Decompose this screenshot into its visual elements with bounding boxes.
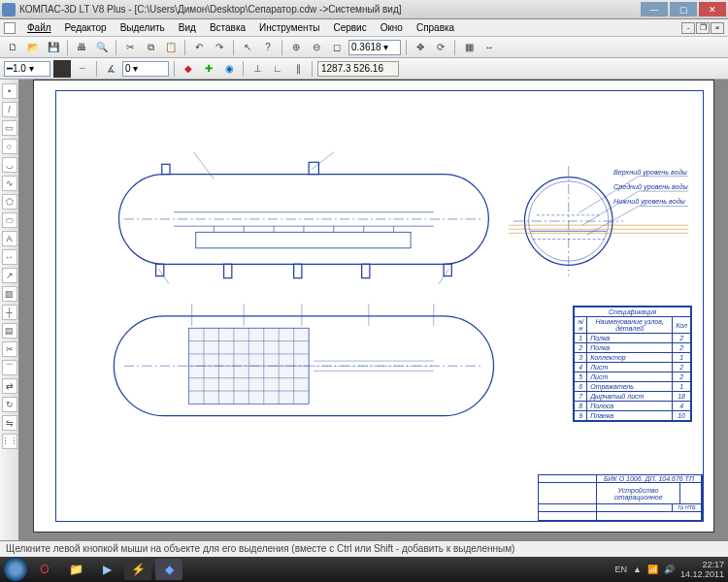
open-button[interactable]: 📂 [24,39,42,56]
task-opera[interactable]: O [31,559,58,580]
svg-line-59 [586,207,639,236]
table-row: 1Полка2 [575,334,691,343]
snap-angle-button[interactable]: ∡ [102,60,119,78]
menu-view[interactable]: Вид [173,20,202,35]
menu-help[interactable]: Справка [411,20,460,35]
hatch-tool[interactable]: ▨ [2,286,17,302]
snap-mid-button[interactable]: ✚ [200,60,217,78]
redo-button[interactable]: ↷ [211,39,228,56]
arc-tool[interactable]: ◡ [2,157,17,173]
table-row: 5Лист2 [575,372,691,382]
svg-line-18 [194,152,215,179]
app-icon [2,3,16,16]
start-button[interactable] [4,558,27,581]
menu-editor[interactable]: Редактор [59,20,113,35]
undo-button[interactable]: ↶ [190,39,208,56]
svg-line-57 [582,191,639,225]
work-area: • / ▭ ○ ◡ ∿ ⬠ ⬭ A ↔ ↗ ▨ ┼ ▤ ✂ ⌒ ⇄ ↻ ⇋ ⋮⋮ [0,80,728,540]
polygon-tool[interactable]: ⬠ [2,194,17,210]
new-button[interactable]: 🗋 [4,39,21,56]
pan-button[interactable]: ✥ [412,39,429,56]
ellipse-tool[interactable]: ⬭ [2,212,17,228]
svg-rect-4 [224,264,232,277]
text-tool[interactable]: A [2,231,17,246]
menu-window[interactable]: Окно [375,20,409,35]
linestyle-button[interactable]: ┄ [74,60,91,78]
ortho-button[interactable]: ⊥ [248,60,266,78]
maximize-button[interactable]: ▢ [670,2,697,16]
table-row: 7Дырчатый лист18 [575,392,691,402]
linewidth-combo[interactable]: ━ 1.0 ▾ [4,61,50,77]
tray-sound-icon: 🔊 [664,565,675,574]
status-bar: Щелкните левой кнопкой мыши на объекте д… [0,540,728,557]
menu-service[interactable]: Сервис [327,20,372,35]
mirror-tool[interactable]: ⇋ [2,415,17,431]
table-row: 4Лист2 [575,363,691,372]
titlebar: КОМПАС-3D LT V8 Plus - [C:\Users\Димон\D… [0,0,728,19]
cursor-tool[interactable]: ↖ [239,39,256,56]
menu-insert[interactable]: Вставка [204,20,251,35]
angle-button[interactable]: ∟ [269,60,286,78]
step-combo[interactable]: 0 ▾ [122,61,169,77]
annotation-low: Нижний уровень воды [613,198,686,207]
zoom-in-button[interactable]: ⊕ [287,39,305,56]
left-tool-panel: • / ▭ ○ ◡ ∿ ⬠ ⬭ A ↔ ↗ ▨ ┼ ▤ ✂ ⌒ ⇄ ↻ ⇋ ⋮⋮ [0,80,19,540]
document-icon [4,22,16,34]
rect-tool[interactable]: ▭ [2,120,17,136]
table-tool[interactable]: ▤ [2,323,17,339]
table-row: 6Отражатель1 [575,382,691,392]
circle-tool[interactable]: ○ [2,139,17,154]
annotation-top: Верхний уровень воды [613,168,688,177]
parallel-button[interactable]: ∥ [289,60,307,78]
fillet-tool[interactable]: ⌒ [2,360,17,375]
coords-readout: 1287.3 526.16 [317,61,399,77]
menu-file[interactable]: Файл [21,20,57,35]
grid-button[interactable]: ▦ [460,39,478,56]
drawing-canvas[interactable]: Верхний уровень воды Средний уровень вод… [19,80,728,540]
task-media[interactable]: ▶ [93,559,120,580]
zoom-out-button[interactable]: ⊖ [308,39,325,56]
mdi-restore[interactable]: ❐ [696,22,710,34]
rotate-tool[interactable]: ↻ [2,397,17,412]
zoom-window-button[interactable]: ◻ [328,39,346,56]
zoom-combo[interactable]: 0.3618 ▾ [348,40,401,55]
tray-lang[interactable]: EN [615,565,628,574]
minimize-button[interactable]: — [641,2,668,16]
color-button[interactable] [53,60,71,78]
help-cursor[interactable]: ? [259,39,277,56]
task-kompas[interactable]: ◆ [155,559,182,580]
leader-tool[interactable]: ↗ [2,268,17,283]
mdi-minimize[interactable]: - [681,22,695,34]
preview-button[interactable]: 🔍 [93,39,111,56]
move-tool[interactable]: ⇄ [2,378,17,394]
system-tray[interactable]: EN ▲ 📶 🔊 22:1714.12.2011 [615,560,724,579]
menu-select[interactable]: Выделить [115,20,171,35]
clock[interactable]: 22:1714.12.2011 [680,560,724,579]
paste-button[interactable]: 📋 [162,39,180,56]
snap-end-button[interactable]: ◆ [180,60,197,78]
specification-table: Спецификация н/нНаименование узлов, дета… [573,306,692,422]
copy-button[interactable]: ⧉ [142,39,159,56]
toolbar-2: ━ 1.0 ▾ ┄ ∡ 0 ▾ ◆ ✚ ◉ ⊥ ∟ ∥ 1287.3 526.1… [0,58,728,80]
menu-tools[interactable]: Инструменты [253,20,325,35]
point-tool[interactable]: • [2,83,17,99]
axis-tool[interactable]: ┼ [2,305,17,320]
svg-rect-6 [362,264,370,277]
line-tool[interactable]: / [2,102,17,117]
table-row: 8Полоса4 [575,402,691,411]
print-button[interactable]: 🖶 [73,39,90,56]
measure-button[interactable]: ↔ [480,39,498,56]
refresh-button[interactable]: ⟳ [432,39,449,56]
save-button[interactable]: 💾 [45,39,62,56]
window-title: КОМПАС-3D LT V8 Plus - [C:\Users\Димон\D… [19,4,641,15]
trim-tool[interactable]: ✂ [2,341,17,357]
mdi-close[interactable]: × [711,22,724,34]
snap-center-button[interactable]: ◉ [220,60,238,78]
close-button[interactable]: ✕ [699,2,726,16]
dim-tool[interactable]: ↔ [2,249,17,265]
task-winamp[interactable]: ⚡ [124,559,151,580]
cut-button[interactable]: ✂ [121,39,139,56]
task-explorer[interactable]: 📁 [62,559,89,580]
array-tool[interactable]: ⋮⋮ [2,434,17,449]
spline-tool[interactable]: ∿ [2,176,17,191]
